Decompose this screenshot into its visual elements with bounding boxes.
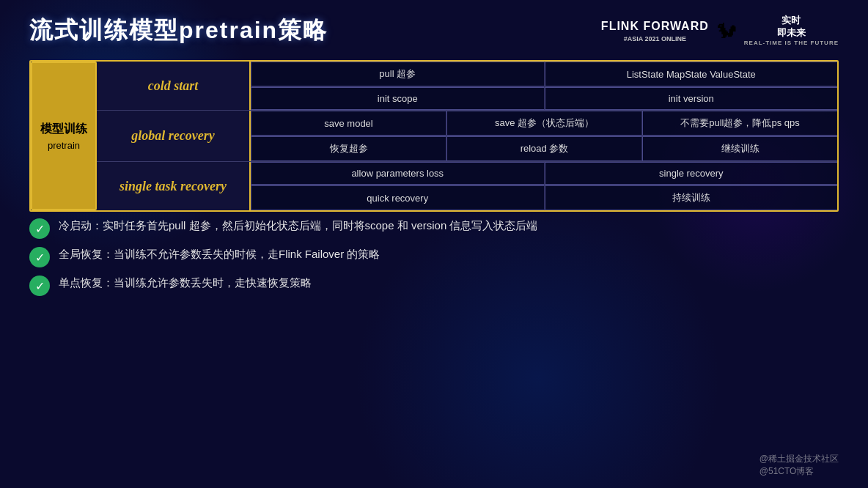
cell-init-version: init version xyxy=(545,87,838,110)
cold-start-cells: pull 超参 ListState MapState ValueState in… xyxy=(251,62,837,110)
main-table: 模型训练 pretrain cold start pull 超参 ListSta… xyxy=(29,60,839,212)
note-1-text: 冷启动：实时任务首先pull 超参，然后初始化状态后端，同时将scope 和 v… xyxy=(59,218,537,234)
flink-forward-text: FLINK FORWARD xyxy=(601,18,709,34)
cell-continue-train: 继续训练 xyxy=(642,136,837,161)
cell-continue-train-2: 持续训练 xyxy=(545,185,838,210)
cell-liststate: ListState MapState ValueState xyxy=(545,62,838,86)
global-recovery-row-2: 恢复超参 reload 参数 继续训练 xyxy=(251,136,837,161)
global-recovery-row-1: save model save 超参（状态后端） 不需要pull超参，降低ps … xyxy=(251,111,837,136)
flink-logo: FLINK FORWARD #ASIA 2021 ONLINE xyxy=(601,18,709,44)
squirrel-icon: 🐿 xyxy=(716,19,737,43)
cold-start-label: cold start xyxy=(97,62,251,110)
realtime-text: 实时 即未来 REAL-TIME IS THE FUTURE xyxy=(744,15,839,47)
left-label-main: 模型训练 xyxy=(40,122,87,137)
single-task-label: single task recovery xyxy=(97,162,251,210)
cell-reload-param: reload 参数 xyxy=(446,136,642,161)
row-cold-start: cold start pull 超参 ListState MapState Va… xyxy=(97,62,837,111)
single-task-row-1: allow parameters loss single recovery xyxy=(251,162,837,185)
notes-section: ✓ 冷启动：实时任务首先pull 超参，然后初始化状态后端，同时将scope 和… xyxy=(29,218,839,296)
note-3-text: 单点恢复：当训练允许参数丢失时，走快速恢复策略 xyxy=(59,275,312,292)
cell-restore-superparam: 恢复超参 xyxy=(251,136,446,161)
cell-pull-superparam: pull 超参 xyxy=(251,62,545,86)
note-2-check: ✓ xyxy=(29,247,50,267)
global-recovery-text: global recovery xyxy=(131,128,214,144)
cold-start-row-2: init scope init version xyxy=(251,87,837,110)
left-label-sub: pretrain xyxy=(48,140,80,151)
note-1: ✓ 冷启动：实时任务首先pull 超参，然后初始化状态后端，同时将scope 和… xyxy=(29,218,839,239)
cell-single-recovery: single recovery xyxy=(545,162,838,185)
row-global-recovery: global recovery save model save 超参（状态后端）… xyxy=(97,111,837,162)
note-2: ✓ 全局恢复：当训练不允许参数丢失的时候，走Flink Failover 的策略 xyxy=(29,246,839,267)
header: 流式训练模型pretrain策略 FLINK FORWARD #ASIA 202… xyxy=(29,15,839,47)
note-3: ✓ 单点恢复：当训练允许参数丢失时，走快速恢复策略 xyxy=(29,275,839,296)
page-title: 流式训练模型pretrain策略 xyxy=(29,15,328,47)
asia-2021-text: #ASIA 2021 ONLINE xyxy=(601,34,709,44)
note-2-text: 全局恢复：当训练不允许参数丢失的时候，走Flink Failover 的策略 xyxy=(59,246,380,263)
single-task-row-2: quick recovery 持续训练 xyxy=(251,185,837,210)
cell-allow-loss: allow parameters loss xyxy=(251,162,545,185)
cell-no-pull: 不需要pull超参，降低ps qps xyxy=(642,111,837,136)
cell-save-superparam: save 超参（状态后端） xyxy=(446,111,642,136)
cell-quick-recovery: quick recovery xyxy=(251,185,545,210)
single-task-text: single task recovery xyxy=(119,179,227,194)
cell-save-model: save model xyxy=(251,111,446,136)
cold-start-text: cold start xyxy=(148,78,199,94)
cold-start-row-1: pull 超参 ListState MapState ValueState xyxy=(251,62,837,87)
note-3-check: ✓ xyxy=(29,276,50,296)
row-single-task: single task recovery allow parameters lo… xyxy=(97,162,837,210)
logo-area: FLINK FORWARD #ASIA 2021 ONLINE 🐿 实时 即未来… xyxy=(601,15,839,47)
global-recovery-cells: save model save 超参（状态后端） 不需要pull超参，降低ps … xyxy=(251,111,837,161)
note-1-check: ✓ xyxy=(29,218,50,239)
cell-init-scope: init scope xyxy=(251,87,545,110)
single-task-cells: allow parameters loss single recovery qu… xyxy=(251,162,837,210)
middle-section: cold start pull 超参 ListState MapState Va… xyxy=(97,62,837,210)
left-label: 模型训练 pretrain xyxy=(31,62,97,210)
global-recovery-label: global recovery xyxy=(97,111,251,161)
